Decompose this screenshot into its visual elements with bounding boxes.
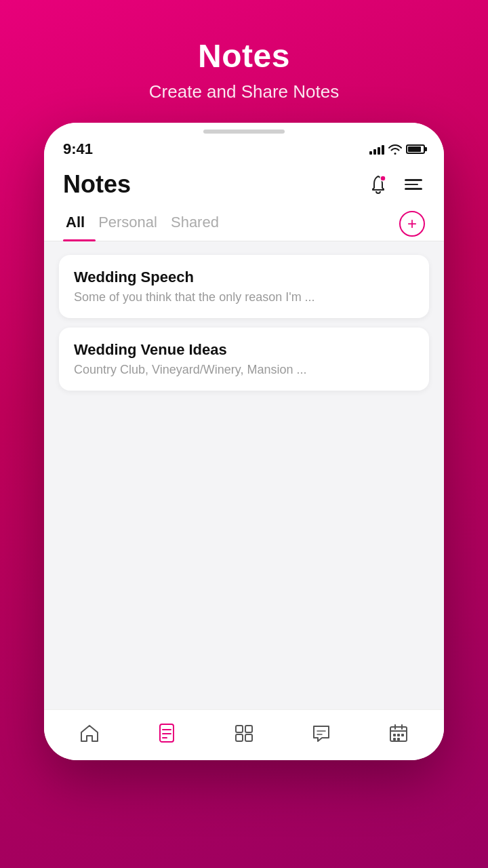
note-card-venue-ideas[interactable]: Wedding Venue Ideas Country Club, Vineya… xyxy=(59,328,429,391)
header-icons xyxy=(367,173,425,196)
svg-rect-18 xyxy=(393,738,396,741)
wifi-icon xyxy=(388,144,402,155)
svg-rect-19 xyxy=(397,738,400,741)
nav-home[interactable] xyxy=(66,721,113,745)
svg-rect-17 xyxy=(401,734,404,736)
calendar-icon xyxy=(386,721,411,745)
bell-icon xyxy=(369,175,387,194)
hero-title: Notes xyxy=(198,37,290,75)
svg-rect-8 xyxy=(245,734,252,741)
status-bar: 9:41 xyxy=(63,136,425,158)
chat-icon xyxy=(309,721,333,745)
hero-section: Notes Create and Share Notes xyxy=(0,0,488,123)
signal-bars-icon xyxy=(369,144,384,155)
svg-point-0 xyxy=(380,176,386,181)
grid-icon xyxy=(232,721,256,745)
status-icons xyxy=(369,144,425,155)
menu-button[interactable] xyxy=(402,173,425,196)
signal-bar-3 xyxy=(378,147,380,155)
note-card-wedding-speech[interactable]: Wedding Speech Some of you think that th… xyxy=(59,255,429,318)
tab-personal[interactable]: Personal xyxy=(96,207,168,241)
app-title: Notes xyxy=(63,170,131,199)
svg-rect-5 xyxy=(236,726,243,732)
phone-frame: 9:41 Notes xyxy=(44,123,444,760)
phone-top-bar: 9:41 xyxy=(44,123,444,158)
tab-all[interactable]: All xyxy=(63,207,96,241)
notes-nav-icon xyxy=(155,721,179,745)
ham-line-3 xyxy=(405,188,422,190)
nav-grid[interactable] xyxy=(220,721,268,745)
svg-rect-15 xyxy=(393,734,396,736)
notch xyxy=(203,130,285,134)
hero-subtitle: Create and Share Notes xyxy=(149,81,339,102)
app-header: Notes xyxy=(44,158,444,207)
nav-chat[interactable] xyxy=(298,721,345,745)
notes-list: Wedding Speech Some of you think that th… xyxy=(44,241,444,489)
tab-shared[interactable]: Shared xyxy=(168,207,230,241)
add-note-button[interactable]: + xyxy=(399,211,425,237)
signal-bar-2 xyxy=(373,149,376,155)
svg-rect-16 xyxy=(397,734,400,736)
home-icon xyxy=(77,721,102,745)
note-title: Wedding Venue Ideas xyxy=(74,341,414,359)
note-preview: Some of you think that the only reason I… xyxy=(74,290,414,304)
svg-rect-7 xyxy=(236,734,243,741)
svg-rect-6 xyxy=(245,726,252,732)
signal-bar-1 xyxy=(369,151,372,155)
notes-empty-space xyxy=(44,489,444,709)
note-title: Wedding Speech xyxy=(74,269,414,286)
nav-calendar[interactable] xyxy=(375,721,422,745)
battery-icon xyxy=(406,144,425,154)
note-preview: Country Club, Vineyard/Winery, Mansion .… xyxy=(74,363,414,377)
bell-button[interactable] xyxy=(367,173,390,196)
hamburger-icon xyxy=(405,179,422,190)
status-time: 9:41 xyxy=(63,140,93,158)
ham-line-2 xyxy=(405,184,418,186)
signal-bar-4 xyxy=(382,145,384,155)
tabs-row: All Personal Shared + xyxy=(44,207,444,241)
ham-line-1 xyxy=(405,179,422,181)
nav-notes[interactable] xyxy=(143,721,190,745)
battery-fill xyxy=(408,146,421,152)
notch-row xyxy=(63,130,425,134)
bottom-nav xyxy=(44,709,444,760)
